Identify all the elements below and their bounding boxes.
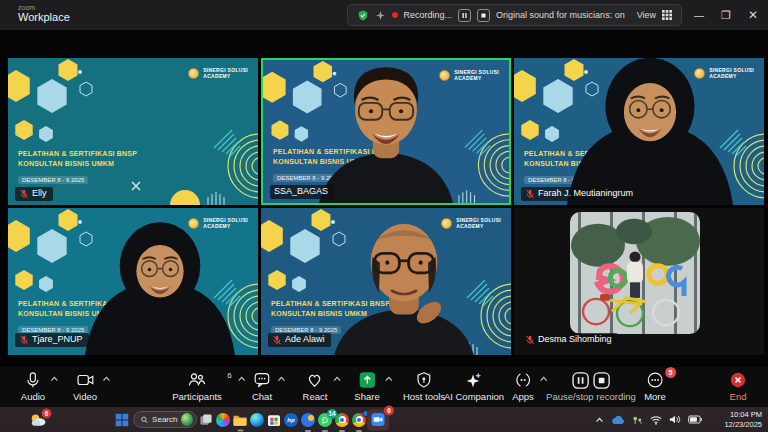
search-input[interactable]: Search	[133, 411, 197, 428]
end-call-icon	[729, 371, 747, 389]
search-highlight-thumbnail	[181, 413, 193, 426]
more-ellipsis-icon	[646, 371, 664, 389]
audio-chevron-icon[interactable]	[50, 376, 59, 382]
volume-icon[interactable]	[669, 414, 681, 425]
participant-name-label: Desma Sihombing	[521, 333, 618, 347]
participants-chevron-icon[interactable]	[237, 376, 246, 382]
tray-chevron-up-icon[interactable]	[595, 417, 604, 423]
open-indicator	[322, 430, 328, 432]
share-screen-icon	[358, 371, 376, 389]
apps-icon	[514, 371, 532, 389]
brand-logo: SINERGI SOLUSIACADEMY	[188, 67, 248, 79]
video-tile-ssa-bagas[interactable]: SINERGI SOLUSIACADEMY PELATIHAN & SERTIF…	[261, 58, 511, 205]
participant-video-older-man	[304, 209, 504, 355]
zoom-app-badge: 6	[384, 405, 394, 415]
clock-time: 10:04 PM	[724, 410, 762, 420]
onedrive-icon[interactable]	[611, 415, 625, 425]
react-chevron-icon[interactable]	[332, 376, 341, 382]
event-text: PELATIHAN & SERTIFIKASI BNSP KONSULTAN B…	[18, 149, 137, 186]
task-view-icon	[200, 413, 213, 426]
profile-photo	[570, 212, 700, 334]
sparkle-status-icon[interactable]	[375, 10, 386, 21]
participants-button[interactable]: 6 Participants	[172, 370, 222, 402]
battery-icon[interactable]	[688, 415, 702, 424]
apps-button[interactable]: Apps	[512, 370, 534, 402]
end-meeting-button[interactable]: End	[729, 370, 747, 402]
open-indicator	[339, 430, 345, 432]
brand-logo-icon	[694, 68, 705, 79]
whatsapp-button[interactable]: 14	[318, 413, 332, 427]
clock-date: 12/23/2025	[724, 420, 762, 430]
zoom-app-button[interactable]: 6	[367, 409, 389, 430]
chat-chevron-icon[interactable]	[277, 376, 286, 382]
maximize-button[interactable]: ❐	[721, 9, 731, 22]
muted-mic-icon	[272, 335, 282, 345]
participant-name-label: SSA_BAGAS	[270, 185, 334, 199]
muted-mic-icon	[19, 189, 29, 199]
video-tile-farah[interactable]: SINERGI SOLUSIACADEMY PELATIHAN & SERTIF…	[514, 58, 764, 205]
profile-photo-image	[570, 212, 700, 334]
view-button-label[interactable]: View	[637, 10, 656, 20]
stop-recording-icon[interactable]	[593, 372, 610, 389]
stop-recording-button[interactable]	[477, 9, 490, 22]
pause-stop-recording-button[interactable]: Pause/stop recording	[546, 370, 636, 402]
wifi-icon[interactable]	[650, 415, 662, 425]
brand-logo: SINERGI SOLUSIACADEMY	[441, 217, 501, 229]
chrome-profile2-button[interactable]	[352, 413, 366, 427]
app-logo: zoom Workplace	[18, 4, 70, 23]
window-titlebar: zoom Workplace Recording... Original sou…	[0, 0, 768, 30]
camera-icon	[75, 371, 94, 389]
video-tile-desma[interactable]: Desma Sihombing	[514, 208, 764, 355]
microsoft-store-button[interactable]	[268, 413, 281, 426]
file-explorer-button[interactable]	[233, 413, 248, 426]
edge-icon	[250, 413, 264, 427]
chat-icon	[253, 371, 271, 389]
audio-button[interactable]: Audio	[21, 370, 45, 402]
pause-recording-icon[interactable]	[572, 372, 589, 389]
participants-icon	[187, 371, 206, 389]
share-button[interactable]: Share	[354, 370, 379, 402]
close-button[interactable]: ✕	[748, 8, 758, 22]
participant-name-label: Elly	[15, 187, 53, 201]
ai-companion-button[interactable]: AI Companion	[444, 370, 504, 402]
share-chevron-icon[interactable]	[385, 376, 394, 382]
chrome-icon	[335, 413, 349, 427]
video-chevron-icon[interactable]	[102, 376, 111, 382]
chrome-button[interactable]	[335, 413, 349, 427]
host-tools-button[interactable]: Host tools	[403, 370, 445, 402]
recording-dot-icon	[392, 12, 398, 18]
minimize-button[interactable]: —	[694, 10, 704, 21]
shield-icon	[415, 371, 433, 389]
video-button[interactable]: Video	[73, 370, 97, 402]
react-button[interactable]: React	[303, 370, 328, 402]
view-grid-icon[interactable]	[662, 10, 672, 20]
recording-status: Recording...	[404, 10, 453, 20]
ai-sparkle-icon	[465, 371, 483, 389]
widgets-weather-button[interactable]: 6	[30, 412, 47, 427]
zoom-meeting-window: zoom Workplace Recording... Original sou…	[0, 0, 768, 432]
security-shield-icon[interactable]	[357, 9, 369, 22]
muted-mic-icon	[19, 335, 29, 345]
hp-app-button[interactable]: hp	[284, 413, 298, 427]
video-tile-elly[interactable]: SINERGI SOLUSIACADEMY PELATIHAN & SERTIF…	[8, 58, 258, 205]
pause-recording-button[interactable]	[458, 9, 471, 22]
chat-button[interactable]: Chat	[252, 370, 272, 402]
participant-name-label: Ade Alawi	[268, 333, 331, 347]
task-view-button[interactable]	[200, 413, 213, 426]
blue-app-icon	[301, 413, 315, 427]
widgets-badge: 6	[42, 408, 52, 418]
participant-name-label: Farah J. Meutianingrum	[521, 187, 639, 201]
input-indicator-icon[interactable]	[632, 415, 643, 425]
blue-app-button[interactable]	[301, 413, 315, 427]
edge-button[interactable]	[250, 413, 264, 427]
open-indicator	[237, 429, 243, 431]
taskbar-clock[interactable]: 10:04 PM 12/23/2025	[724, 410, 762, 430]
video-tile-ade[interactable]: SINERGI SOLUSIACADEMY PELATIHAN & SERTIF…	[261, 208, 511, 355]
brand-logo: SINERGI SOLUSIACADEMY	[439, 69, 499, 81]
video-tile-tjare[interactable]: SINERGI SOLUSIACADEMY PELATIHAN & SERTIF…	[8, 208, 258, 355]
more-button[interactable]: 5 More	[644, 370, 666, 402]
participant-name-label: Tjare_PNUP	[15, 333, 89, 347]
start-button[interactable]	[116, 413, 129, 426]
original-sound-status[interactable]: Original sound for musicians: on	[496, 10, 625, 20]
copilot-button[interactable]	[216, 413, 230, 427]
